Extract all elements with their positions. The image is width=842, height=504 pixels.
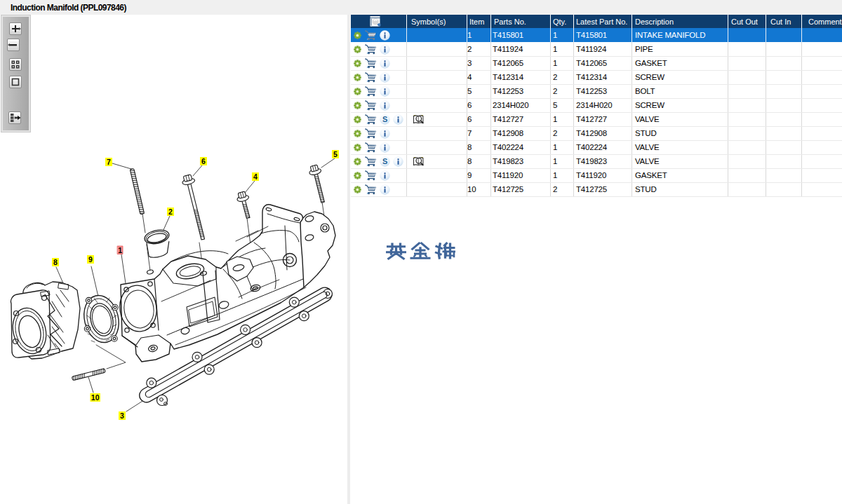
svg-text:S: S	[382, 157, 387, 165]
svg-text:1: 1	[118, 246, 122, 254]
svg-text:4: 4	[253, 172, 258, 181]
svg-text:3: 3	[120, 411, 124, 420]
svg-text:7: 7	[107, 158, 111, 166]
svg-text:5: 5	[333, 150, 338, 158]
svg-text:S: S	[382, 115, 387, 123]
svg-text:8: 8	[53, 258, 58, 266]
svg-text:6: 6	[201, 157, 206, 165]
svg-text:10: 10	[91, 393, 100, 402]
svg-text:2: 2	[168, 207, 173, 216]
svg-text:9: 9	[88, 255, 93, 264]
